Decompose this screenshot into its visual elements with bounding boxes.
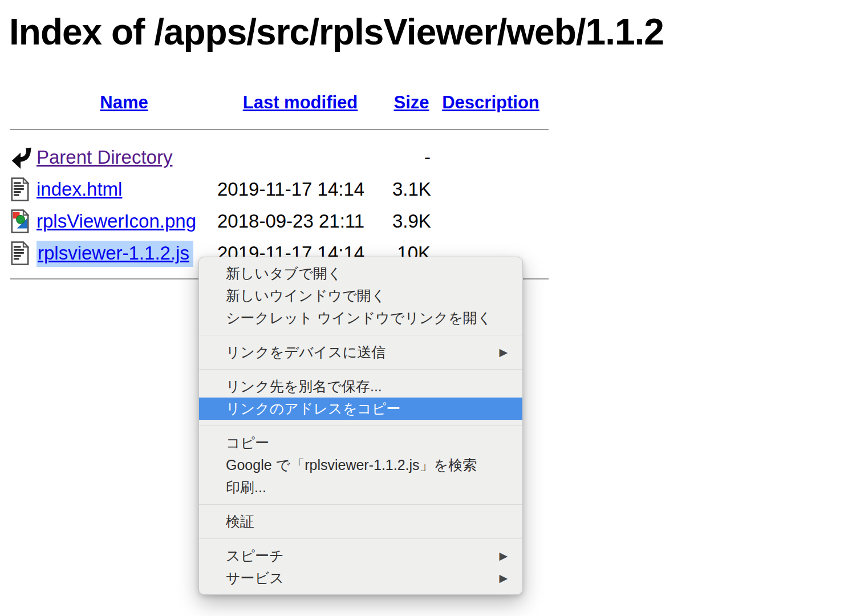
- header-divider: [10, 129, 549, 130]
- modified-cell: 2019-11-17 14:14: [217, 179, 392, 200]
- context-menu-item-inspect[interactable]: 検証: [199, 510, 522, 533]
- context-menu-item-search-google[interactable]: Google で「rplsviewer-1.1.2.js」を検索: [199, 454, 522, 476]
- context-menu-item-open-link-new-tab[interactable]: 新しいタブで開く: [199, 262, 522, 285]
- size-cell: 3.9K: [392, 210, 431, 232]
- context-menu-item-save-link-as[interactable]: リンク先を別名で保存...: [199, 375, 522, 398]
- file-link-rplsviewericon-png[interactable]: rplsViewerIcon.png: [36, 210, 196, 232]
- context-menu-item-open-link-new-window[interactable]: 新しいウインドウで開く: [199, 285, 522, 307]
- submenu-arrow-icon: ▶: [499, 346, 508, 359]
- menu-separator: [199, 425, 522, 426]
- context-menu-item-print[interactable]: 印刷...: [199, 476, 522, 499]
- size-cell: -: [392, 147, 431, 168]
- modified-cell: 2018-09-23 21:11: [217, 210, 392, 232]
- size-cell: 3.1K: [392, 179, 431, 200]
- menu-separator: [199, 504, 522, 505]
- context-menu-item-open-link-incognito[interactable]: シークレット ウインドウでリンクを開く: [199, 307, 522, 329]
- context-menu-item-copy[interactable]: コピー: [199, 432, 522, 454]
- text-file-icon: [10, 241, 30, 265]
- context-menu-item-copy-link-address[interactable]: リンクのアドレスをコピー: [199, 398, 522, 420]
- table-row-rplsviewericon-png: rplsViewerIcon.png 2018-09-23 21:11 3.9K: [10, 205, 549, 237]
- sort-by-last-modified-link[interactable]: Last modified: [243, 92, 358, 112]
- image-file-icon: [10, 209, 30, 233]
- sort-by-size-link[interactable]: Size: [393, 92, 429, 112]
- table-row-parent-directory: Parent Directory -: [10, 141, 549, 173]
- parent-directory-link[interactable]: Parent Directory: [36, 147, 172, 168]
- context-menu-item-services[interactable]: サービス ▶: [199, 567, 522, 589]
- menu-separator: [199, 369, 522, 370]
- menu-separator: [199, 538, 522, 539]
- table-row-index-html: index.html 2019-11-17 14:14 3.1K: [10, 173, 549, 205]
- context-menu-item-send-link-to-device[interactable]: リンクをデバイスに送信 ▶: [199, 341, 522, 363]
- menu-separator: [199, 335, 522, 335]
- listing-header-row: Name Last modified Size Description: [10, 84, 549, 113]
- page-title: Index of /apps/src/rplsViewer/web/1.1.2: [9, 9, 844, 55]
- file-link-index-html[interactable]: index.html: [36, 179, 122, 200]
- context-menu-item-speech[interactable]: スピーチ ▶: [199, 545, 522, 567]
- context-menu: 新しいタブで開く 新しいウインドウで開く シークレット ウインドウでリンクを開く…: [198, 257, 523, 595]
- file-link-rplsviewer-js-selected[interactable]: rplsviewer-1.1.2.js: [36, 241, 193, 267]
- back-icon: [10, 145, 33, 169]
- submenu-arrow-icon: ▶: [499, 572, 508, 585]
- file-rows: Parent Directory - index.html 2019-11-17…: [10, 141, 549, 269]
- sort-by-name-link[interactable]: Name: [100, 92, 148, 112]
- sort-by-description-link[interactable]: Description: [442, 92, 539, 112]
- text-file-icon: [10, 177, 30, 201]
- directory-listing: Name Last modified Size Description Pare…: [10, 84, 549, 279]
- submenu-arrow-icon: ▶: [499, 549, 508, 562]
